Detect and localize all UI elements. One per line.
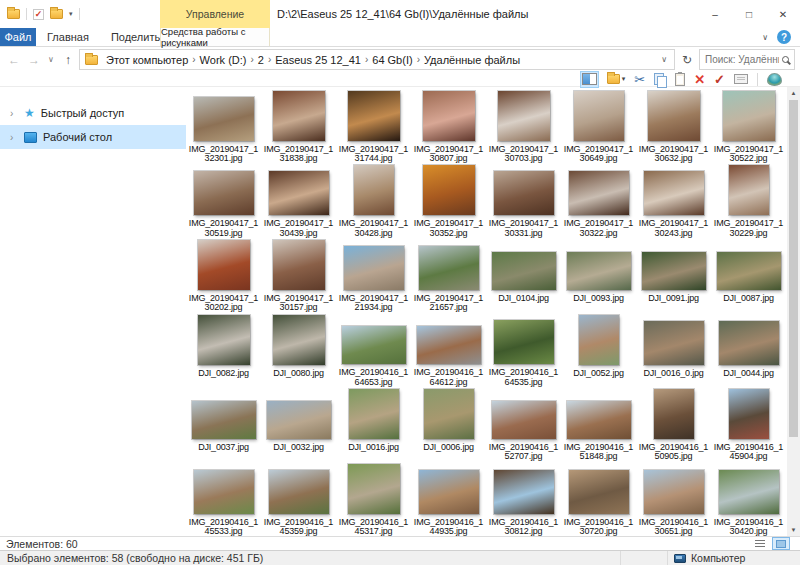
file-item[interactable]: IMG_20190417_130703.jpg — [486, 89, 561, 164]
mail-button[interactable] — [734, 72, 748, 87]
file-item[interactable]: IMG_20190417_121934.jpg — [336, 238, 411, 313]
file-item[interactable]: IMG_20190416_145359.jpg — [261, 462, 336, 536]
file-item[interactable]: IMG_20190416_130651.jpg — [636, 462, 711, 536]
confirm-button[interactable]: ✓ — [714, 72, 725, 87]
preview-pane-button[interactable] — [581, 72, 598, 87]
file-item[interactable]: IMG_20190416_164612.jpg — [411, 313, 486, 388]
file-item[interactable]: DJI_0037.jpg — [186, 387, 261, 462]
file-item[interactable]: IMG_20190416_164535.jpg — [486, 313, 561, 388]
file-item[interactable]: DJI_0087.jpg — [711, 238, 786, 313]
file-item[interactable]: IMG_20190416_144935.jpg — [411, 462, 486, 536]
search-input[interactable]: Поиск: Удалённы... — [699, 49, 795, 70]
file-item[interactable]: IMG_20190417_132301.jpg — [186, 89, 261, 164]
file-thumbnail[interactable] — [419, 246, 479, 290]
file-item[interactable]: IMG_20190416_151848.jpg — [561, 387, 636, 462]
file-thumbnail[interactable] — [192, 401, 256, 439]
file-item[interactable]: DJI_0016_0.jpg — [636, 313, 711, 388]
file-thumbnail[interactable] — [567, 401, 631, 439]
file-thumbnail[interactable] — [494, 171, 554, 215]
tab-home[interactable]: Главная — [36, 28, 100, 46]
thumbnails-view-button[interactable] — [772, 537, 790, 550]
file-thumbnail[interactable] — [194, 470, 254, 514]
customize-qat-chevron-icon[interactable]: ▾ — [69, 10, 73, 18]
paste-button[interactable] — [675, 72, 685, 87]
file-thumbnail[interactable] — [723, 91, 775, 141]
file-item[interactable]: IMG_20190417_130439.jpg — [261, 164, 336, 239]
delete-button[interactable]: ✕ — [694, 72, 705, 87]
file-thumbnail[interactable] — [269, 171, 329, 215]
details-view-button[interactable] — [751, 537, 769, 550]
file-item[interactable]: DJI_0052.jpg — [561, 313, 636, 388]
help-icon[interactable]: ? — [777, 30, 791, 44]
file-item[interactable]: IMG_20190417_130522.jpg — [711, 89, 786, 164]
tab-picture-tools[interactable]: Средства работы с рисунками — [160, 28, 270, 46]
file-item[interactable]: IMG_20190417_131838.jpg — [261, 89, 336, 164]
file-item[interactable]: IMG_20190417_130352.jpg — [411, 164, 486, 239]
file-thumbnail[interactable] — [194, 171, 254, 215]
file-thumbnail[interactable] — [194, 97, 254, 141]
file-thumbnail[interactable] — [354, 165, 394, 215]
scrollbar-thumb[interactable] — [789, 100, 798, 437]
file-thumbnail[interactable] — [642, 252, 706, 290]
file-thumbnail[interactable] — [569, 470, 629, 514]
back-icon[interactable]: ← — [5, 53, 23, 67]
file-item[interactable]: DJI_0032.jpg — [261, 387, 336, 462]
file-thumbnail[interactable] — [348, 464, 400, 514]
breadcrumb-item[interactable]: Удалённые файлы — [421, 54, 523, 66]
file-item[interactable]: IMG_20190417_130428.jpg — [336, 164, 411, 239]
file-item[interactable]: IMG_20190417_130229.jpg — [711, 164, 786, 239]
file-thumbnail[interactable] — [273, 315, 325, 365]
file-thumbnail[interactable] — [648, 91, 700, 141]
file-item[interactable]: IMG_20190417_131744.jpg — [336, 89, 411, 164]
file-thumbnail[interactable] — [348, 91, 400, 141]
file-item[interactable]: IMG_20190416_152707.jpg — [486, 387, 561, 462]
file-thumbnail[interactable] — [719, 470, 779, 514]
file-thumbnail[interactable] — [567, 252, 631, 290]
close-button[interactable]: ✕ — [766, 0, 800, 28]
file-item[interactable]: IMG_20190417_130519.jpg — [186, 164, 261, 239]
forward-icon[interactable]: → — [25, 53, 43, 67]
file-item[interactable]: IMG_20190416_145317.jpg — [336, 462, 411, 536]
minimize-button[interactable]: – — [698, 0, 732, 28]
file-item[interactable]: DJI_0006.jpg — [411, 387, 486, 462]
file-thumbnail[interactable] — [717, 252, 781, 290]
scroll-up-icon[interactable]: ▲ — [787, 87, 800, 99]
file-item[interactable]: IMG_20190416_130420.jpg — [711, 462, 786, 536]
file-item[interactable]: DJI_0104.jpg — [486, 238, 561, 313]
sidebar-item-desktop[interactable]: ›Рабочий стол — [0, 125, 186, 149]
file-thumbnail[interactable] — [719, 321, 779, 365]
file-thumbnail[interactable] — [267, 401, 331, 439]
breadcrumb-item[interactable]: Easeus 25 12_41 — [272, 54, 364, 66]
new-folder-button[interactable]: ▾ — [607, 72, 626, 87]
breadcrumb-item[interactable]: 64 Gb(I) — [369, 54, 415, 66]
file-thumbnail[interactable] — [498, 91, 550, 141]
properties-check-icon[interactable]: ✓ — [33, 9, 44, 20]
file-item[interactable]: IMG_20190417_130649.jpg — [561, 89, 636, 164]
shell-extension-button[interactable] — [767, 72, 782, 87]
breadcrumb-item[interactable]: Этот компьютер — [103, 54, 191, 66]
file-item[interactable]: DJI_0044.jpg — [711, 313, 786, 388]
file-item[interactable]: IMG_20190417_130632.jpg — [636, 89, 711, 164]
cut-button[interactable]: ✂ — [634, 72, 645, 87]
recent-locations-chevron-icon[interactable]: ∨ — [45, 55, 57, 64]
file-thumbnail[interactable] — [419, 470, 479, 514]
file-item[interactable]: DJI_0091.jpg — [636, 238, 711, 313]
scroll-down-icon[interactable]: ▼ — [787, 524, 800, 536]
file-thumbnail[interactable] — [423, 91, 475, 141]
file-item[interactable]: DJI_0016.jpg — [336, 387, 411, 462]
file-thumbnail[interactable] — [198, 240, 250, 290]
file-item[interactable]: IMG_20190417_130202.jpg — [186, 238, 261, 313]
address-dropdown-chevron-icon[interactable]: ∨ — [661, 55, 669, 64]
file-thumbnail[interactable] — [273, 240, 325, 290]
breadcrumb-item[interactable]: Work (D:) — [197, 54, 250, 66]
file-item[interactable]: IMG_20190417_130243.jpg — [636, 164, 711, 239]
file-thumbnail[interactable] — [198, 315, 250, 365]
file-thumbnail[interactable] — [269, 470, 329, 514]
file-item[interactable]: DJI_0093.jpg — [561, 238, 636, 313]
file-item[interactable]: IMG_20190417_130322.jpg — [561, 164, 636, 239]
expander-chevron-icon[interactable]: › — [10, 108, 18, 119]
file-thumbnail[interactable] — [424, 389, 474, 439]
file-thumbnail[interactable] — [423, 165, 475, 215]
file-thumbnail[interactable] — [729, 389, 769, 439]
file-item[interactable]: IMG_20190416_145904.jpg — [711, 387, 786, 462]
